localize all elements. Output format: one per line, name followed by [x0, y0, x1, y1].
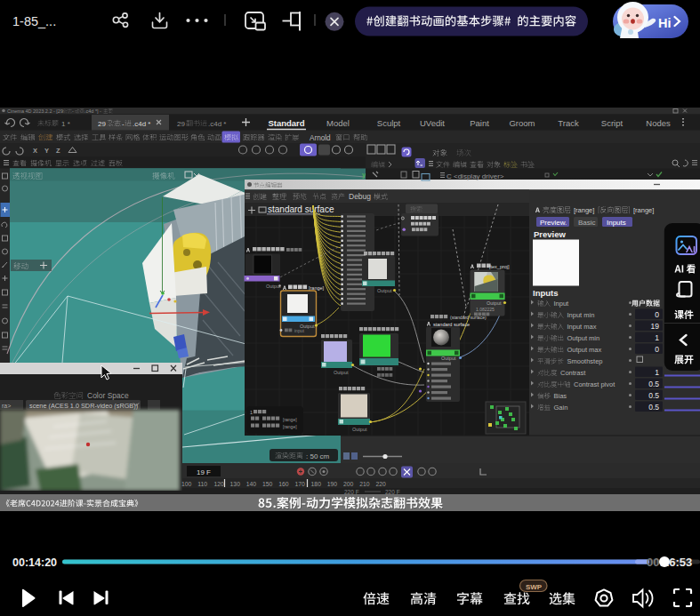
svg-text:Basic: Basic [578, 219, 596, 227]
svg-text:Model: Model [326, 118, 350, 128]
svg-text:SWP: SWP [526, 583, 543, 591]
svg-text:150: 150 [262, 481, 273, 487]
svg-text:200: 200 [343, 481, 354, 487]
svg-text:[tex_proj]: [tex_proj] [489, 264, 510, 269]
svg-text:0.5: 0.5 [648, 380, 659, 388]
svg-text:Output min: Output min [567, 334, 600, 342]
svg-text:Input min: Input min [567, 311, 595, 319]
svg-text:.c4d *] -: .c4d *] - [84, 108, 101, 114]
svg-text:[range]: [range] [574, 206, 594, 214]
svg-text:Track: Track [558, 118, 579, 128]
svg-text:1.082225: 1.082225 [476, 307, 495, 312]
svg-text:Gain: Gain [554, 404, 568, 412]
svg-text:Z: Z [56, 147, 60, 155]
svg-text:29: 29 [98, 120, 106, 128]
svg-text:220 F: 220 F [344, 489, 359, 495]
svg-text:[range]: [range] [283, 424, 297, 429]
svg-text:Contrast pivot: Contrast pivot [574, 380, 616, 388]
svg-text:Inputs: Inputs [607, 219, 626, 227]
svg-text:0.5: 0.5 [648, 403, 659, 412]
svg-text:Inputs: Inputs [533, 288, 559, 298]
svg-text:160: 160 [278, 481, 289, 487]
svg-text:110: 110 [197, 481, 207, 487]
svg-text:Output: Output [352, 427, 367, 432]
svg-text:170: 170 [294, 481, 305, 487]
svg-text:Contrast: Contrast [560, 369, 586, 377]
svg-text:220 F: 220 F [385, 489, 400, 495]
svg-text:X: X [33, 147, 37, 155]
svg-text:0: 0 [655, 310, 659, 319]
svg-text:Color Space: Color Space [87, 391, 129, 400]
svg-text:Script: Script [601, 118, 624, 128]
svg-text:1: 1 [250, 410, 253, 415]
svg-text:Paint: Paint [470, 118, 489, 128]
svg-text:Preview.: Preview. [540, 219, 567, 227]
svg-text:00:14:20: 00:14:20 [12, 556, 57, 569]
svg-text:standard surface: standard surface [268, 204, 334, 214]
svg-text:Cinema 4D 2023.2.2 - [29: Cinema 4D 2023.2.2 - [29 [7, 108, 63, 114]
svg-text:1-85_...: 1-85_... [12, 14, 56, 28]
svg-text:29: 29 [177, 120, 185, 128]
svg-text:Arnold: Arnold [310, 134, 331, 142]
svg-text:19 F: 19 F [197, 468, 211, 476]
svg-text:1: 1 [655, 333, 659, 342]
svg-text:-: - [72, 108, 74, 114]
svg-text:Output: Output [441, 356, 456, 361]
svg-text:.c4d *: .c4d * [133, 120, 150, 128]
svg-text:0.5: 0.5 [648, 391, 659, 400]
svg-text:180: 180 [311, 481, 322, 487]
svg-text:210: 210 [359, 481, 370, 487]
svg-text:Hi: Hi [658, 16, 672, 30]
svg-text:130: 130 [230, 481, 241, 487]
svg-text:19: 19 [651, 322, 660, 331]
svg-text:Standard: Standard [268, 118, 304, 128]
svg-text:100: 100 [181, 481, 192, 487]
svg-text:Output: Output [487, 300, 502, 306]
svg-text:140: 140 [246, 481, 257, 487]
svg-text:: 50 cm: : 50 cm [306, 452, 330, 460]
svg-text:Bias: Bias [554, 392, 567, 400]
svg-text:UVedit: UVedit [420, 118, 445, 128]
svg-text:220: 220 [375, 481, 386, 487]
svg-text:190: 190 [327, 481, 338, 487]
svg-text:scene (ACES 1.0 SDR-video (sRG: scene (ACES 1.0 SDR-video (sRGB)) [29, 402, 138, 410]
svg-text:Output: Output [377, 288, 392, 293]
svg-text:Input: Input [554, 300, 570, 308]
svg-text:C <display driver>: C <display driver> [447, 172, 504, 180]
svg-text:120: 120 [213, 481, 224, 487]
svg-text:ra>: ra> [2, 403, 11, 409]
svg-text:1 *: 1 * [61, 120, 70, 128]
svg-text:Smoothstep: Smoothstep [567, 357, 603, 365]
svg-text:Preview: Preview [534, 229, 567, 239]
svg-text:Debug: Debug [349, 192, 371, 201]
svg-text:Output max: Output max [567, 346, 602, 354]
svg-text:Y: Y [44, 147, 49, 155]
svg-text:-: - [122, 120, 125, 128]
svg-text:0: 0 [655, 345, 659, 354]
svg-text:Input max: Input max [567, 323, 597, 331]
svg-text:.c4d *: .c4d * [208, 120, 226, 128]
svg-text:Nodes: Nodes [646, 118, 671, 128]
svg-text:1: 1 [655, 368, 659, 377]
svg-text:input: input [294, 328, 304, 333]
svg-text:Output: Output [334, 370, 349, 375]
svg-text:[range]: [range] [283, 417, 297, 422]
svg-text:standard surface: standard surface [433, 322, 470, 327]
svg-text:Groom: Groom [509, 118, 535, 128]
svg-text:[range]: [range] [309, 285, 325, 291]
svg-text:Sculpt: Sculpt [377, 118, 401, 128]
svg-text:[range]: [range] [633, 206, 654, 214]
